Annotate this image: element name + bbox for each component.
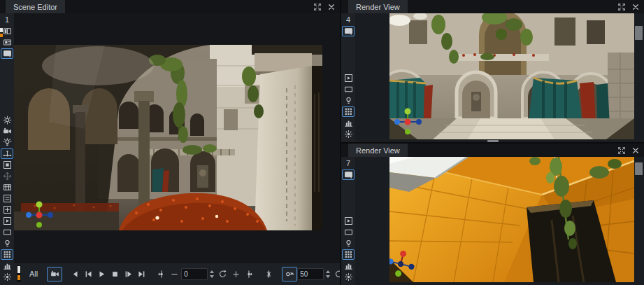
window-buttons xyxy=(313,0,340,13)
step-forward-button[interactable] xyxy=(122,267,135,281)
jump-end-button[interactable] xyxy=(135,267,148,281)
play-region-button[interactable] xyxy=(1,216,13,226)
stop-button[interactable] xyxy=(108,267,122,281)
display-button[interactable] xyxy=(342,169,355,180)
scanlines-button[interactable] xyxy=(1,193,13,204)
frame-input[interactable] xyxy=(181,268,208,280)
loop-icon xyxy=(218,270,227,279)
maximize-button[interactable] xyxy=(313,2,322,11)
scene-editor-viewport[interactable] xyxy=(14,13,340,262)
maximize-button[interactable] xyxy=(617,146,626,155)
pixel-grid-button[interactable] xyxy=(342,249,355,260)
layout-icon xyxy=(3,27,12,36)
flipbook-capture-button[interactable] xyxy=(47,267,62,281)
play-backwards-button[interactable] xyxy=(69,267,82,281)
filmstrip-button[interactable] xyxy=(1,182,13,193)
close-button[interactable] xyxy=(631,146,640,155)
render-view-2-viewport[interactable] xyxy=(355,157,644,285)
manipulator-button[interactable] xyxy=(1,148,13,159)
current-frame-marker-button[interactable] xyxy=(262,267,276,281)
frame-spinner[interactable] xyxy=(210,270,214,278)
tab-render-view-1[interactable]: Render View xyxy=(348,0,408,13)
horizontal-scrollbar[interactable] xyxy=(355,139,644,142)
loop-icon xyxy=(334,270,340,279)
image-number: 1 xyxy=(5,15,9,24)
scrollbar-thumb[interactable] xyxy=(487,140,499,142)
settings-button[interactable] xyxy=(1,115,13,125)
play-icon xyxy=(97,270,106,279)
translate-gizmo[interactable] xyxy=(392,105,423,139)
frame-region-button[interactable] xyxy=(342,84,355,95)
scrollbar-thumb[interactable] xyxy=(635,26,643,40)
tile-grid-button[interactable] xyxy=(1,204,13,215)
vertical-scrollbar[interactable] xyxy=(635,157,643,285)
mini-level-slider[interactable] xyxy=(0,28,3,37)
tab-scene-editor[interactable]: Scene Editor xyxy=(6,0,65,13)
translate-gizmo[interactable] xyxy=(24,198,55,230)
manipulator-icon xyxy=(3,149,12,158)
reset-fps-button[interactable] xyxy=(332,267,340,281)
boxed-grid-icon xyxy=(3,205,12,214)
maximize-button[interactable] xyxy=(617,2,626,11)
fps-input[interactable] xyxy=(297,268,324,280)
filmstrip-icon xyxy=(3,183,12,192)
scene-editor-toolbar: 1 xyxy=(0,13,14,285)
sun-icon xyxy=(344,272,353,281)
play-region-button[interactable] xyxy=(342,216,355,226)
chart-icon xyxy=(344,118,353,127)
display-button[interactable] xyxy=(1,48,13,59)
play-button[interactable] xyxy=(95,267,108,281)
lighting-button[interactable] xyxy=(1,238,13,249)
fps-icon xyxy=(285,270,294,279)
in-frame-marker-button[interactable] xyxy=(155,267,168,281)
histogram-button[interactable] xyxy=(1,260,13,271)
range-label: All xyxy=(29,270,38,278)
sun-icon xyxy=(344,130,353,139)
display-button[interactable] xyxy=(342,26,355,36)
frame-region-button[interactable] xyxy=(342,227,355,237)
boxed-play-icon xyxy=(3,216,12,225)
pixel-grid-button[interactable] xyxy=(342,106,355,117)
rendered-image-courtyard xyxy=(14,45,322,230)
camera-view-button[interactable] xyxy=(1,37,13,48)
window-buttons xyxy=(617,0,644,13)
scrollbar-thumb[interactable] xyxy=(635,162,643,175)
light-button[interactable] xyxy=(1,137,13,148)
light-rays-icon xyxy=(3,138,12,147)
fps-toggle-button[interactable] xyxy=(282,267,297,281)
play-region-button[interactable] xyxy=(342,73,355,83)
display-icon xyxy=(344,27,353,36)
render-view-panel-2: Render View 7 xyxy=(341,144,644,285)
pixel-grid-button[interactable] xyxy=(1,249,13,260)
exposure-button[interactable] xyxy=(342,129,355,139)
lighting-button[interactable] xyxy=(342,238,355,249)
crop-region-button[interactable] xyxy=(1,160,13,170)
boxed-square-icon xyxy=(3,160,12,169)
render-view-1-viewport[interactable] xyxy=(355,13,644,142)
skip-end-icon xyxy=(137,270,146,279)
reset-frame-button[interactable] xyxy=(216,267,229,281)
exposure-button[interactable] xyxy=(1,272,13,282)
lighting-button[interactable] xyxy=(342,95,355,106)
exposure-button[interactable] xyxy=(342,272,355,282)
camera-monitor-icon xyxy=(3,38,12,47)
maximize-icon xyxy=(617,146,626,155)
close-button[interactable] xyxy=(327,2,336,11)
histogram-button[interactable] xyxy=(342,118,355,128)
out-frame-marker-button[interactable] xyxy=(243,267,256,281)
vertical-scrollbar[interactable] xyxy=(635,13,643,142)
close-icon xyxy=(631,146,640,155)
image-number: 4 xyxy=(346,15,350,24)
fps-spinner[interactable] xyxy=(326,270,330,278)
frame-region-button[interactable] xyxy=(1,227,13,237)
tab-render-view-2[interactable]: Render View xyxy=(348,144,408,157)
histogram-button[interactable] xyxy=(342,260,355,271)
increment-frame-button[interactable] xyxy=(229,267,243,281)
close-button[interactable] xyxy=(631,2,640,11)
sun-icon xyxy=(3,272,12,281)
render-camera-button[interactable] xyxy=(1,126,13,137)
level-slider[interactable] xyxy=(17,265,21,282)
decrement-frame-button[interactable] xyxy=(168,267,181,281)
jump-start-button[interactable] xyxy=(82,267,95,281)
render-view-panel-1: Render View 4 xyxy=(341,0,644,142)
